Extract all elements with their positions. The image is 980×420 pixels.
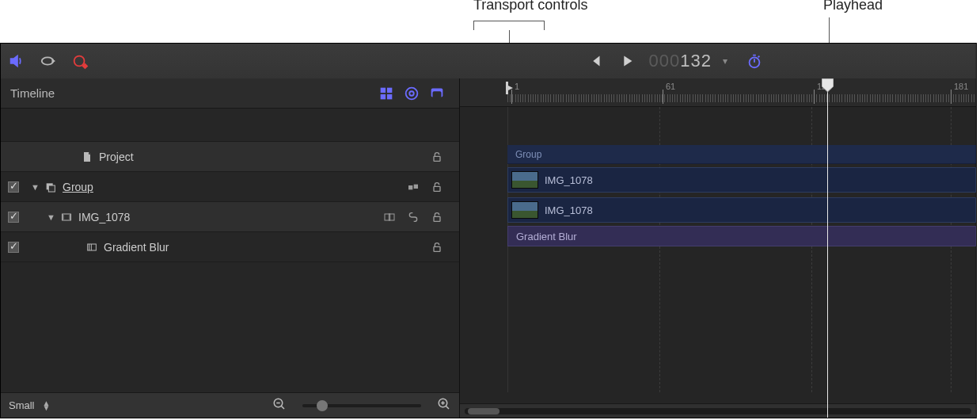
zoom-in-button[interactable]	[437, 397, 451, 414]
isolate-icon[interactable]	[405, 179, 421, 195]
in-point-marker[interactable]	[506, 82, 514, 94]
ruler-tick	[748, 94, 749, 102]
timecode-value: 132	[680, 51, 712, 71]
show-behaviors-button[interactable]	[374, 81, 399, 106]
timecode-display[interactable]: 000132	[643, 51, 718, 71]
svg-rect-10	[433, 91, 442, 100]
ruler-tick-major	[814, 90, 815, 104]
timeline-canvas[interactable]: {"start":60,"end":654,"step":3.2,"major"…	[460, 78, 976, 418]
lock-icon[interactable]	[429, 179, 445, 195]
ruler-tick	[769, 94, 769, 102]
lock-icon[interactable]	[429, 239, 445, 255]
ruler-tick	[961, 94, 962, 102]
ruler-label: 1	[515, 82, 519, 91]
clip-thumbnail	[511, 201, 538, 219]
ruler-tick	[664, 94, 665, 102]
ruler-tick	[803, 94, 804, 102]
playhead[interactable]	[827, 78, 828, 418]
filter-enable-checkbox[interactable]	[8, 242, 19, 253]
ruler-tick	[925, 94, 926, 102]
ruler-tick	[659, 94, 660, 102]
svg-rect-13	[48, 185, 55, 192]
ruler-tick	[594, 94, 594, 102]
loop-button[interactable]	[32, 44, 64, 78]
ruler-tick	[900, 94, 901, 102]
timeline-filter-bar[interactable]: Gradient Blur	[507, 226, 976, 246]
ruler-tick	[541, 94, 541, 102]
ruler-tick	[568, 94, 569, 102]
timeline-clip-2[interactable]: IMG_1078	[507, 197, 976, 223]
ruler-tick	[621, 94, 622, 102]
stopwatch-button[interactable]	[739, 44, 770, 78]
ruler-tick	[617, 94, 617, 102]
svg-rect-6	[387, 94, 392, 98]
svg-rect-11	[434, 156, 440, 161]
ruler-tick	[693, 94, 693, 102]
ruler-tick	[624, 94, 625, 102]
zoom-slider-track[interactable]	[302, 404, 421, 407]
ruler-tick	[634, 94, 635, 102]
ruler-tick	[533, 94, 534, 102]
ruler-tick	[710, 94, 711, 102]
group-disclosure-triangle[interactable]: ▼	[31, 182, 42, 192]
ruler-tick	[765, 94, 766, 102]
ruler-tick	[959, 94, 959, 102]
ruler-tick	[857, 94, 858, 102]
annotation-bracket-stem	[509, 30, 510, 43]
scrollbar-thumb[interactable]	[468, 408, 499, 414]
zoom-out-button[interactable]	[272, 397, 287, 414]
zoom-slider-knob[interactable]	[317, 400, 328, 411]
ruler-tick	[609, 94, 610, 102]
ruler-tick	[771, 94, 772, 102]
row-filter-gradient-blur[interactable]: Gradient Blur	[1, 232, 459, 262]
audio-mute-button[interactable]	[1, 44, 32, 78]
play-button[interactable]	[611, 44, 643, 78]
ruler-tick	[680, 94, 681, 102]
timeline-scrollbar[interactable]	[460, 403, 976, 418]
ruler-tick	[525, 94, 526, 102]
record-button[interactable]	[64, 44, 96, 78]
ruler-tick	[870, 94, 871, 102]
row-clip-1[interactable]: ▼ IMG_1078	[1, 202, 459, 232]
timeline-clip-1[interactable]: IMG_1078	[507, 167, 976, 193]
timecode-format-dropdown[interactable]: ▾	[718, 55, 739, 67]
clip1-enable-checkbox[interactable]	[8, 212, 19, 223]
show-masks-button[interactable]	[424, 81, 450, 106]
ruler-tick	[968, 94, 969, 102]
clip-label: IMG_1078	[545, 204, 593, 216]
ruler-tick	[816, 94, 817, 102]
ruler-tick	[591, 94, 592, 102]
clip1-disclosure-triangle[interactable]: ▼	[47, 212, 58, 222]
video-clip-icon	[58, 211, 75, 223]
link-icon[interactable]	[405, 209, 421, 225]
row-group[interactable]: ▼ Group	[1, 172, 459, 202]
show-filters-button[interactable]	[399, 81, 424, 106]
scrollbar-track	[465, 408, 971, 414]
ruler-tick	[966, 94, 967, 102]
row-size-stepper[interactable]: ▲▼	[43, 401, 51, 410]
playhead-handle-icon[interactable]	[822, 78, 834, 96]
time-ruler[interactable]: {"start":60,"end":654,"step":3.2,"major"…	[460, 78, 976, 107]
ruler-tick	[598, 94, 599, 102]
ruler-tick	[583, 94, 584, 102]
layer-spacer	[1, 109, 459, 142]
ruler-tick	[905, 94, 906, 102]
frame-blending-icon[interactable]	[382, 209, 397, 225]
lock-icon[interactable]	[429, 149, 445, 165]
row-project[interactable]: Project	[1, 142, 459, 172]
svg-rect-20	[434, 216, 440, 221]
ruler-tick	[963, 94, 964, 102]
ruler-tick	[794, 94, 795, 102]
ruler-tick	[948, 94, 949, 102]
group-enable-checkbox[interactable]	[8, 181, 19, 193]
lock-icon[interactable]	[429, 209, 445, 225]
ruler-tick	[928, 94, 929, 102]
ruler-tick	[575, 94, 576, 102]
timeline-group-bar[interactable]: Group	[507, 145, 976, 164]
ruler-tick	[685, 94, 686, 102]
ruler-tick	[784, 94, 784, 102]
ruler-tick	[933, 94, 934, 102]
ruler-tick	[862, 94, 863, 102]
go-to-start-button[interactable]	[579, 44, 611, 78]
ruler-tick	[596, 94, 597, 102]
